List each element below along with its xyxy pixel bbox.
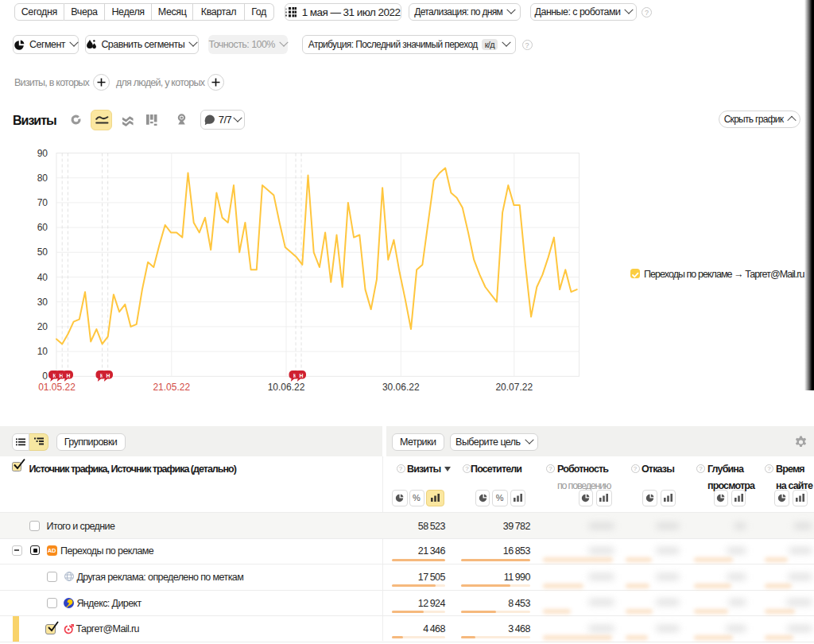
svg-text:70: 70	[37, 197, 48, 208]
svg-text:40: 40	[37, 272, 48, 283]
svg-text:50: 50	[37, 246, 48, 258]
svg-text:60: 60	[37, 222, 48, 233]
svg-text:0: 0	[42, 370, 48, 382]
svg-text:80: 80	[37, 173, 48, 184]
svg-text:Н: Н	[107, 373, 110, 378]
svg-text:20.07.22: 20.07.22	[495, 382, 533, 393]
svg-text:01.05.22: 01.05.22	[38, 382, 76, 393]
svg-text:90: 90	[37, 148, 48, 159]
svg-text:20: 20	[37, 321, 48, 332]
svg-text:10.06.22: 10.06.22	[268, 382, 305, 393]
svg-text:30: 30	[37, 297, 48, 308]
svg-text:Н: Н	[300, 373, 304, 378]
svg-text:Н: Н	[67, 373, 71, 378]
svg-text:21.05.22: 21.05.22	[153, 382, 190, 393]
svg-text:10: 10	[37, 346, 48, 357]
svg-text:30.06.22: 30.06.22	[382, 382, 420, 393]
